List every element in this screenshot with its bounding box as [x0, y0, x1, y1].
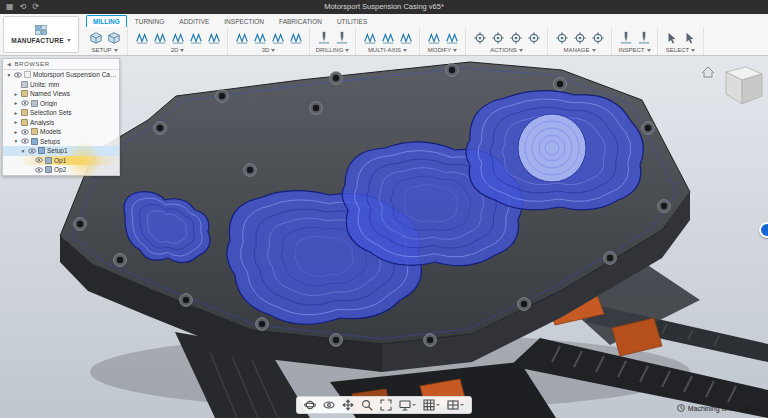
selection-filters-icon[interactable]: [681, 29, 698, 46]
display-settings-icon[interactable]: [399, 399, 416, 411]
expander-icon[interactable]: ▸: [13, 91, 19, 97]
visibility-eye-icon[interactable]: [21, 128, 29, 136]
steep-and-shallow-icon[interactable]: [287, 29, 304, 46]
2d-adaptive-icon[interactable]: [133, 29, 150, 46]
zoom-icon[interactable]: [361, 399, 373, 411]
tool-library-icon[interactable]: [553, 29, 570, 46]
visibility-eye-icon[interactable]: [21, 99, 29, 107]
group-label-text: INSPECT: [618, 47, 644, 53]
simulate-icon[interactable]: [489, 29, 506, 46]
tab-milling[interactable]: MILLING: [86, 15, 127, 27]
browser-item-analysis[interactable]: ▸Analysis: [3, 118, 119, 128]
browser-item-motorsport-suspension-casing-v65[interactable]: ▾Motorsport Suspension Casing v65: [3, 70, 119, 80]
group-icons-setup: [87, 29, 122, 46]
expander-icon[interactable]: ▾: [20, 148, 26, 154]
browser-item-op1[interactable]: Op1: [3, 156, 119, 166]
folder-icon: [21, 109, 28, 116]
collapse-browser-icon[interactable]: ◀: [7, 61, 11, 67]
workspace-label-text: MANUFACTURE: [11, 37, 63, 44]
group-label-select[interactable]: SELECT: [663, 47, 698, 53]
browser-item-label: Op1: [54, 157, 66, 164]
parallel-icon[interactable]: [269, 29, 286, 46]
setup-sheet-icon[interactable]: [525, 29, 542, 46]
group-label-actions[interactable]: ACTIONS: [471, 47, 542, 53]
face-icon[interactable]: [169, 29, 186, 46]
browser-item-units-mm[interactable]: Units: mm: [3, 80, 119, 90]
browser-item-label: Selection Sets: [30, 109, 72, 116]
measure-icon[interactable]: [617, 29, 634, 46]
browser-item-setup1[interactable]: ▾Setup1: [3, 146, 119, 156]
browser-item-selection-sets[interactable]: ▸Selection Sets: [3, 108, 119, 118]
viewports-icon[interactable]: [447, 399, 464, 411]
group-label-modify[interactable]: MODIFY: [425, 47, 460, 53]
group-icons-modify: [425, 29, 460, 46]
home-view-icon[interactable]: [702, 67, 714, 77]
2d-contour-icon[interactable]: [187, 29, 204, 46]
browser-item-origin[interactable]: ▸Origin: [3, 99, 119, 109]
trim-toolpath-icon[interactable]: [425, 29, 442, 46]
expander-icon[interactable]: ▸: [13, 129, 19, 135]
edge-notification-badge[interactable]: [759, 222, 768, 238]
stock-icon[interactable]: [105, 29, 122, 46]
visibility-eye-icon[interactable]: [21, 137, 29, 145]
expander-icon[interactable]: ▾: [13, 138, 19, 144]
fit-icon[interactable]: [380, 399, 392, 411]
tab-inspection[interactable]: INSPECTION: [217, 15, 271, 27]
tab-additive[interactable]: ADDITIVE: [172, 15, 216, 27]
group-2d: 2D: [128, 27, 228, 55]
group-label-manage[interactable]: MANAGE: [553, 47, 606, 53]
templates-icon[interactable]: [571, 29, 588, 46]
group-label-text: SELECT: [666, 47, 689, 53]
drill-icon[interactable]: [315, 29, 332, 46]
browser-item-models[interactable]: ▸Models: [3, 127, 119, 137]
browser-item-named-views[interactable]: ▸Named Views: [3, 89, 119, 99]
grid-snaps-icon[interactable]: [423, 399, 440, 411]
generate-icon[interactable]: [471, 29, 488, 46]
bore-icon[interactable]: [333, 29, 350, 46]
transform-toolpath-icon[interactable]: [443, 29, 460, 46]
folder-icon: [31, 128, 38, 135]
new-setup-icon[interactable]: [87, 29, 104, 46]
orbit-icon[interactable]: [304, 399, 316, 411]
multi-axis-contour-icon[interactable]: [379, 29, 396, 46]
browser-item-label: Units: mm: [30, 81, 59, 88]
expander-icon[interactable]: ▾: [6, 72, 12, 78]
machining-time: Machining time: 0:38:49: [677, 404, 762, 412]
browser-item-setups[interactable]: ▾Setups: [3, 137, 119, 147]
expander-icon[interactable]: ▸: [13, 100, 19, 106]
group-label-drilling[interactable]: DRILLING: [315, 47, 350, 53]
visibility-eye-icon[interactable]: [35, 156, 43, 164]
post-process-icon[interactable]: [507, 29, 524, 46]
workspace-switcher[interactable]: MANUFACTURE: [3, 16, 79, 53]
group-label-inspect[interactable]: INSPECT: [617, 47, 652, 53]
select-icon[interactable]: [663, 29, 680, 46]
group-label-setup[interactable]: SETUP: [87, 47, 122, 53]
browser-item-op2[interactable]: Op2: [3, 165, 119, 175]
visibility-eye-icon[interactable]: [28, 147, 36, 155]
group-label-3d[interactable]: 3D: [233, 47, 304, 53]
expander-icon[interactable]: ▸: [13, 110, 19, 116]
3d-adaptive-icon[interactable]: [233, 29, 250, 46]
flow-icon[interactable]: [397, 29, 414, 46]
group-icons-manage: [553, 29, 606, 46]
slot-icon[interactable]: [205, 29, 222, 46]
2d-pocket-icon[interactable]: [151, 29, 168, 46]
group-label-2d[interactable]: 2D: [133, 47, 222, 53]
task-manager-icon[interactable]: [589, 29, 606, 46]
probe-icon[interactable]: [635, 29, 652, 46]
3d-pocket-icon[interactable]: [251, 29, 268, 46]
group-label-multi-axis[interactable]: MULTI-AXIS: [361, 47, 414, 53]
browser-panel: ◀ BROWSER ▾Motorsport Suspension Casing …: [2, 58, 120, 176]
expander-icon[interactable]: ▸: [13, 119, 19, 125]
browser-header-label: BROWSER: [14, 61, 49, 67]
view-cube[interactable]: [700, 60, 764, 118]
pan-icon[interactable]: [342, 399, 354, 411]
tab-fabrication[interactable]: FABRICATION: [272, 15, 329, 27]
tab-utilities[interactable]: UTILITIES: [330, 15, 374, 27]
look-at-icon[interactable]: [323, 399, 335, 411]
chevron-down-icon: [271, 49, 275, 52]
tab-turning[interactable]: TURNING: [128, 15, 172, 27]
visibility-eye-icon[interactable]: [14, 71, 22, 79]
swarf-icon[interactable]: [361, 29, 378, 46]
visibility-eye-icon[interactable]: [35, 166, 43, 174]
